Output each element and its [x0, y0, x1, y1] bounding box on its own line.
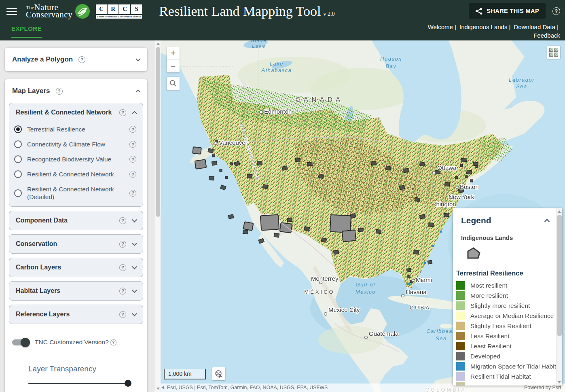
carbon-layers-header[interactable]: Carbon Layers ? [9, 258, 143, 277]
network-group-help-icon[interactable]: ? [119, 109, 126, 116]
svg-text:CANADA: CANADA [296, 96, 344, 104]
radio-unselected[interactable] [14, 170, 22, 178]
analyze-help-icon[interactable]: ? [78, 56, 85, 63]
tnc-toggle-help-icon[interactable]: ? [110, 339, 116, 345]
component-data-header[interactable]: Component Data ? [9, 211, 143, 230]
tnc-customized-toggle[interactable] [12, 339, 28, 345]
attribution-collapse-icon[interactable] [161, 386, 164, 389]
radio-unselected[interactable] [14, 189, 22, 197]
group-title: Reference Layers [16, 311, 70, 318]
radio-label: Terrestrial Resilience [27, 125, 85, 133]
map-canvas[interactable]: Chicago [161, 40, 565, 392]
left-sidebar: Analyze a Polygon ? Map Layers ? Resilie… [0, 40, 161, 392]
svg-text:Sea: Sea [516, 83, 527, 89]
tab-explore[interactable]: EXPLORE [11, 25, 42, 38]
chevron-down-icon[interactable] [132, 264, 137, 269]
legend-scroll-up-arrow[interactable] [558, 210, 561, 213]
radio-row-resilient-connected-network-detailed[interactable]: Resilient & Connected Network (Detailed)… [9, 182, 143, 206]
version-label: v 2.0 [323, 11, 334, 17]
reference-layers-header[interactable]: Reference Layers ? [9, 305, 143, 324]
map-layers-header[interactable]: Map Layers ? [5, 79, 147, 103]
group-help-icon[interactable]: ? [119, 264, 126, 271]
conservation-header[interactable]: Conservation ? [9, 235, 143, 253]
option-help-icon[interactable]: ? [129, 190, 136, 197]
map-search-button[interactable] [167, 77, 180, 90]
svg-text:Mexico: Mexico [356, 289, 376, 295]
chevron-down-icon[interactable] [132, 311, 137, 316]
layer-transparency-slider[interactable] [28, 379, 131, 387]
basemap-gallery-button[interactable] [547, 46, 560, 59]
slider-handle[interactable] [125, 380, 131, 387]
share-this-map-button[interactable]: SHARE THIS MAP [469, 3, 546, 19]
radio-row-recognized-biodiversity-value[interactable]: Recognized Biodiversity Value ? [9, 152, 143, 167]
nav-link-indigenous-lands[interactable]: Indigenous Lands [459, 23, 507, 30]
group-help-icon[interactable]: ? [119, 217, 126, 224]
option-help-icon[interactable]: ? [129, 141, 136, 148]
svg-text:Hudson: Hudson [380, 56, 402, 62]
group-help-icon[interactable]: ? [119, 241, 126, 248]
svg-text:CUBA: CUBA [410, 305, 431, 311]
analyze-polygon-header[interactable]: Analyze a Polygon ? [5, 48, 147, 71]
legend-scroll-down-arrow[interactable] [558, 381, 561, 384]
legend-swatch [456, 332, 465, 340]
chevron-up-icon[interactable] [135, 89, 141, 95]
chevron-down-icon[interactable] [132, 217, 137, 222]
legend-panel: Legend Indigenous Lands Terrestrial Resi… [453, 208, 562, 386]
radio-row-resilient-connected-network[interactable]: Resilient & Connected Network ? [9, 167, 143, 182]
nav-link-welcome[interactable]: Welcome [428, 23, 453, 30]
analyze-polygon-panel: Analyze a Polygon ? [5, 48, 147, 71]
legend-swatch [456, 301, 465, 310]
svg-text:Havana: Havana [406, 288, 427, 295]
group-title: Carbon Layers [16, 264, 61, 271]
habitat-layers-header[interactable]: Habitat Layers ? [9, 282, 143, 300]
legend-entry-label: Resilient Tidal Habitat [470, 373, 531, 380]
legend-swatch [456, 291, 465, 300]
zoom-in-button[interactable]: + [167, 47, 180, 59]
menu-icon[interactable] [6, 6, 17, 17]
legend-entry: Slightly Less Resilient [453, 321, 556, 331]
scroll-down-arrow[interactable] [157, 388, 160, 390]
top-nav: Welcome| Indigenous Lands| Download Data… [426, 23, 560, 40]
legend-entry: More resilient [453, 290, 556, 301]
radio-selected[interactable] [14, 125, 22, 133]
recenter-button[interactable] [212, 367, 225, 380]
group-carbon-layers: Carbon Layers ? [9, 258, 143, 277]
svg-text:Sea: Sea [436, 335, 447, 341]
legend-swatch [456, 362, 465, 371]
group-help-icon[interactable]: ? [119, 311, 126, 318]
radio-row-connectivity-climate-flow[interactable]: Connectivity & Climate Flow ? [9, 137, 143, 152]
header-help-icon[interactable]: ? [552, 7, 560, 15]
radio-unselected[interactable] [14, 140, 22, 148]
map-layers-help-icon[interactable]: ? [56, 88, 63, 95]
group-help-icon[interactable]: ? [119, 288, 126, 295]
resilient-land-mapping-tool: TheNature Conservancy C R C S Center fo [0, 0, 565, 392]
group-component-data: Component Data ? [9, 211, 143, 230]
legend-scrollbar-thumb[interactable] [557, 215, 562, 336]
chevron-down-icon[interactable] [132, 288, 137, 293]
scroll-up-arrow[interactable] [157, 42, 160, 45]
legend-collapse-icon[interactable] [544, 219, 550, 224]
chevron-down-icon[interactable] [132, 241, 137, 246]
legend-entry-label: Less Resilient [470, 333, 510, 340]
legend-entry-label: Slightly Less Resilient [470, 322, 531, 330]
legend-scrollbar[interactable] [556, 208, 562, 386]
header-top-row: TheNature Conservancy C R C S Center fo [0, 0, 565, 23]
option-help-icon[interactable]: ? [129, 126, 136, 133]
group-resilient-connected-network: Resilient & Connected Network ? Terrestr… [9, 103, 143, 207]
option-help-icon[interactable]: ? [129, 156, 136, 163]
svg-text:Bay: Bay [386, 63, 397, 69]
legend-swatch [456, 311, 465, 320]
sidebar-scrollbar[interactable] [155, 40, 161, 392]
nav-link-feedback[interactable]: Feedback [533, 32, 560, 39]
radio-unselected[interactable] [14, 155, 22, 163]
network-group-header[interactable]: Resilient & Connected Network ? [9, 103, 143, 122]
chevron-up-icon[interactable] [132, 111, 137, 116]
zoom-out-button[interactable]: − [167, 59, 180, 72]
svg-text:Mexico City: Mexico City [328, 306, 360, 313]
chevron-down-icon[interactable] [135, 56, 141, 61]
option-help-icon[interactable]: ? [129, 171, 136, 178]
scrollbar-thumb[interactable] [156, 47, 160, 217]
radio-row-terrestrial-resilience[interactable]: Terrestrial Resilience ? [9, 122, 143, 137]
nav-link-download-data[interactable]: Download Data [514, 23, 556, 30]
crcs-letter-s: S [131, 4, 142, 14]
